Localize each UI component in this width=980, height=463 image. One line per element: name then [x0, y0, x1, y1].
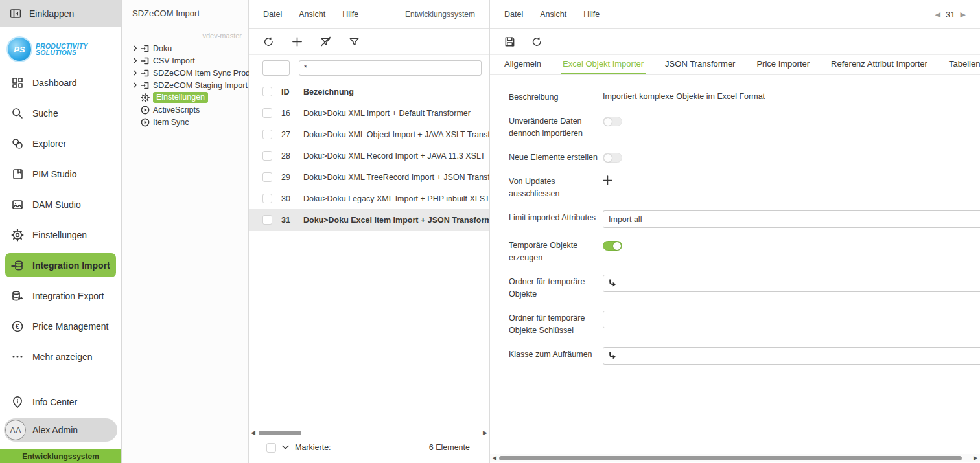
- chevron-right-icon[interactable]: [132, 58, 141, 63]
- tree-item-item-sync[interactable]: Item Sync: [122, 116, 248, 128]
- table-row[interactable]: 29 Doku>Doku XML TreeRecord Import + JSO…: [249, 166, 489, 188]
- row-checkbox[interactable]: [262, 215, 272, 225]
- plus-icon: [292, 36, 303, 47]
- column-header-id[interactable]: ID: [281, 87, 298, 96]
- filter-text-input[interactable]: [299, 60, 482, 76]
- menu-ansicht[interactable]: Ansicht: [299, 10, 325, 19]
- table-row[interactable]: 27 Doku>Doku XML Object Import + JAVA XS…: [249, 124, 489, 145]
- importer-form: Beschreibung Importiert komplexe Objekte…: [490, 75, 980, 463]
- pager-prev-icon[interactable]: ◀: [935, 10, 940, 19]
- chevron-right-icon[interactable]: [132, 82, 141, 88]
- marked-checkbox[interactable]: [266, 443, 276, 453]
- tab-referenz-attribut-importer[interactable]: Referenz Attribut Importer: [831, 59, 928, 74]
- limit-attributes-input[interactable]: [603, 210, 980, 228]
- select-all-checkbox[interactable]: [262, 87, 272, 96]
- sidebar-item-explorer[interactable]: Explorer: [0, 128, 121, 159]
- row-checkbox[interactable]: [262, 172, 272, 182]
- table-row[interactable]: 30 Doku>Doku Legacy XML Import + PHP inb…: [249, 188, 489, 209]
- reload-button[interactable]: [531, 36, 542, 47]
- sidebar-item-einstellungen[interactable]: Einstellungen: [0, 220, 121, 250]
- tab-tabellen-attribut-importer[interactable]: Tabellen Attribut Importer: [949, 59, 980, 74]
- scrollbar-thumb[interactable]: [499, 456, 962, 460]
- tree-item-csv-import[interactable]: CSV Import: [122, 54, 248, 67]
- scroll-right-icon[interactable]: ▶: [974, 455, 978, 461]
- sidebar-item-dam-studio[interactable]: DAM Studio: [0, 189, 121, 220]
- sidebar-item-info-center[interactable]: Info Center: [0, 387, 121, 417]
- play-circle-icon: [141, 118, 150, 127]
- refresh-button[interactable]: [263, 36, 274, 47]
- add-exclusion-button[interactable]: [603, 175, 612, 187]
- column-header-bezeichnung[interactable]: Bezeichnung: [303, 87, 354, 96]
- save-icon: [504, 36, 515, 47]
- chevron-right-icon[interactable]: [132, 45, 141, 51]
- save-button[interactable]: [504, 36, 515, 47]
- sidebar-item-integration-import[interactable]: Integration Import: [5, 253, 116, 277]
- menu-datei[interactable]: Datei: [504, 10, 523, 19]
- tab-json-transformer[interactable]: JSON Transformer: [665, 59, 735, 74]
- filter-button[interactable]: [349, 36, 360, 47]
- chevron-down-icon[interactable]: [282, 445, 289, 450]
- detail-tabs: Allgemein Excel Objekt Importer JSON Tra…: [490, 55, 980, 75]
- neue-elemente-toggle[interactable]: [603, 153, 622, 163]
- tree-item-activescripts[interactable]: ActiveScripts: [122, 104, 248, 116]
- menu-hilfe[interactable]: Hilfe: [342, 10, 358, 19]
- tab-excel-objekt-importer[interactable]: Excel Objekt Importer: [563, 59, 644, 74]
- list-menubar: Datei Ansicht Hilfe Entwicklungssystem: [249, 0, 489, 29]
- table-row[interactable]: 16 Doku>Doku XML Import + Default Transf…: [249, 102, 489, 124]
- tree-item-doku[interactable]: Doku: [122, 42, 248, 54]
- tree-item-einstellungen[interactable]: Einstellungen: [122, 91, 248, 104]
- reference-arrow-icon[interactable]: [607, 278, 616, 289]
- klasse-zum-aufraeumen-input[interactable]: [603, 347, 980, 365]
- row-checkbox[interactable]: [262, 151, 272, 161]
- list-horizontal-scrollbar[interactable]: ◀ ▶: [249, 429, 489, 437]
- pager-next-icon[interactable]: ▶: [961, 10, 966, 19]
- reference-arrow-icon[interactable]: [607, 351, 616, 362]
- refresh-icon: [263, 36, 274, 47]
- scrollbar-thumb[interactable]: [259, 431, 301, 435]
- sidebar-item-mehr-anzeigen[interactable]: Mehr anzeigen: [0, 341, 121, 372]
- chevron-right-icon[interactable]: [132, 70, 141, 76]
- tree-item-sdzecom-item-sync-products[interactable]: SDZeCOM Item Sync Products: [122, 67, 248, 79]
- tab-allgemein[interactable]: Allgemein: [504, 59, 541, 74]
- add-button[interactable]: [292, 36, 303, 47]
- clear-filter-button[interactable]: [320, 36, 331, 47]
- sidebar-item-suche[interactable]: Suche: [0, 98, 121, 128]
- scroll-left-icon[interactable]: ◀: [251, 430, 255, 436]
- export-database-icon: [11, 289, 24, 302]
- menu-datei[interactable]: Datei: [263, 10, 282, 19]
- ordner-temporaere-objekte-schluessel-input[interactable]: [603, 311, 980, 328]
- unveraenderte-daten-toggle[interactable]: [603, 117, 622, 126]
- field-label: Limit imported Attributes: [509, 209, 603, 228]
- refresh-icon: [531, 36, 542, 47]
- sidebar-item-dashboard[interactable]: Dashboard: [0, 67, 121, 98]
- user-menu[interactable]: AA Alex Admin: [4, 418, 117, 442]
- sidebar-item-pim-studio[interactable]: PIM Studio: [0, 159, 121, 189]
- table-row-selected[interactable]: 31 Doku>Doku Excel Item Import + JSON Tr…: [249, 209, 489, 231]
- sidebar-item-price-management[interactable]: € Price Management: [0, 311, 121, 341]
- table-row[interactable]: 28 Doku>Doku XML Record Import + JAVA 11…: [249, 145, 489, 166]
- collapse-sidebar-button[interactable]: Einklappen: [0, 0, 121, 27]
- sidebar-spacer: [0, 372, 121, 387]
- form-row-ordner-temp-schluessel: Ordner für temporäre Objekte Schlüssel: [509, 310, 980, 337]
- filter-id-input[interactable]: [262, 60, 290, 76]
- temporaere-objekte-toggle[interactable]: [603, 241, 622, 251]
- menu-ansicht[interactable]: Ansicht: [540, 10, 566, 19]
- sidebar-item-integration-export[interactable]: Integration Export: [0, 280, 121, 311]
- more-dots-icon: [11, 350, 24, 363]
- explorer-knot-icon: [11, 137, 24, 150]
- row-checkbox[interactable]: [262, 108, 272, 118]
- menu-hilfe[interactable]: Hilfe: [583, 10, 600, 19]
- row-checkbox[interactable]: [262, 130, 272, 139]
- navigation-tree-panel: SDZeCOM Import vdev-master Doku CSV Impo…: [122, 0, 249, 463]
- detail-horizontal-scrollbar[interactable]: ◀ ▶: [490, 454, 980, 462]
- field-label: Neue Elemente erstellen: [509, 149, 603, 164]
- record-pager: ◀ 31 ▶: [935, 10, 966, 19]
- field-label: Unveränderte Daten dennoch importieren: [509, 113, 603, 140]
- scroll-right-icon[interactable]: ▶: [483, 430, 487, 436]
- scroll-left-icon[interactable]: ◀: [492, 455, 496, 461]
- environment-banner: Entwicklungssystem: [0, 449, 121, 463]
- ordner-temporaere-objekte-input[interactable]: [603, 275, 980, 292]
- tab-price-importer[interactable]: Price Importer: [756, 59, 810, 74]
- row-checkbox[interactable]: [262, 194, 272, 203]
- tree-item-sdzecom-staging-import[interactable]: SDZeCOM Staging Import: [122, 79, 248, 91]
